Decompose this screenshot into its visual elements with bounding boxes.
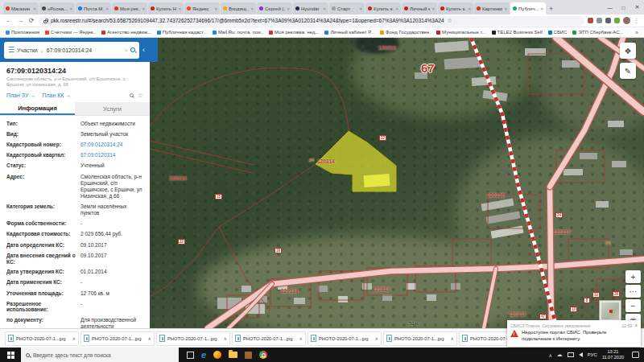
language-indicator[interactable]: РУС xyxy=(588,352,597,357)
download-chip[interactable]: PHOTO-2020-07-1...jpg ∧ xyxy=(5,331,79,346)
tab-close-icon[interactable]: × xyxy=(142,6,145,11)
browser-tab[interactable]: Яндекс × xyxy=(184,2,220,14)
profile-avatar[interactable] xyxy=(623,17,630,24)
tab-close-icon[interactable]: × xyxy=(468,6,471,11)
tab-close-icon[interactable]: × xyxy=(214,6,217,11)
tab-close-icon[interactable]: × xyxy=(69,6,72,11)
close-icon[interactable]: × xyxy=(634,323,638,328)
tab-close-icon[interactable]: × xyxy=(504,6,507,11)
firefox-icon[interactable] xyxy=(213,351,221,359)
chevron-up-icon[interactable]: ∧ xyxy=(451,335,454,341)
zoom-to-parcel-icon[interactable] xyxy=(130,93,134,97)
bookmark-item[interactable]: Mail.Ru: почта, пои... xyxy=(213,30,263,35)
browser-tab[interactable]: Картинки × xyxy=(474,2,510,14)
download-chip[interactable]: PHOTO-2020-07-1...jpg ∧ xyxy=(156,331,230,346)
download-chip[interactable]: PHOTO-2020-07-1...jpg ∧ xyxy=(80,331,155,346)
notification-popup[interactable]: СБИС3 Плагин. Системное уведомление 12:5… xyxy=(507,320,641,347)
file-explorer-icon[interactable] xyxy=(229,352,237,358)
zoom-more-button[interactable]: ⋯ xyxy=(625,285,641,298)
browser-tab[interactable]: Магазин × xyxy=(3,2,39,14)
onedrive-cloud-icon[interactable]: ☁ xyxy=(557,352,563,358)
task-view-icon[interactable] xyxy=(187,352,194,359)
download-chip[interactable]: PHOTO-2020-07-1...jpg ∧ xyxy=(308,331,382,346)
favorite-star-icon[interactable]: ☆ xyxy=(138,92,143,99)
tab-close-icon[interactable]: × xyxy=(178,6,181,11)
plan-link[interactable]: План КК → xyxy=(42,93,71,98)
map-tools-button[interactable]: ❖ xyxy=(620,43,636,59)
extension-icon[interactable] xyxy=(588,18,593,23)
bookmark-item[interactable]: Приложения xyxy=(6,30,39,35)
bookmark-item[interactable]: Агентство недвиж... xyxy=(101,30,151,35)
panel-tab[interactable]: Услуги xyxy=(75,102,150,115)
chevron-up-icon[interactable]: ∧ xyxy=(72,335,76,341)
tray-chevron-icon[interactable]: ∧ xyxy=(548,352,551,358)
tab-close-icon[interactable]: × xyxy=(323,6,326,11)
reload-button[interactable]: ⟳ xyxy=(27,17,35,24)
clock[interactable]: 13:21 11.07.2020 xyxy=(602,349,624,360)
bookmark-item[interactable]: Фонд Государствен... xyxy=(380,30,431,35)
chevron-up-icon[interactable]: ∧ xyxy=(299,335,303,341)
tab-close-icon[interactable]: × xyxy=(431,6,435,11)
bookmark-item[interactable]: Личный кабинет Р... xyxy=(324,30,374,35)
action-center-icon[interactable] xyxy=(632,352,639,358)
browser-tab[interactable]: Hyundai × xyxy=(293,2,328,14)
chevron-up-icon[interactable]: ∧ xyxy=(375,335,378,341)
back-button[interactable]: ← xyxy=(5,17,13,24)
bookmark-item[interactable]: Счётчики — Яндек... xyxy=(45,30,96,35)
browser-tab[interactable]: Купить Н... × xyxy=(148,2,184,14)
overview-minimap[interactable] xyxy=(599,300,621,322)
forward-button[interactable]: → xyxy=(16,17,24,24)
maximize-button[interactable]: □ xyxy=(617,5,630,10)
bookmark-item[interactable]: Публичная кадаст... xyxy=(157,30,207,35)
bookmark-item[interactable]: TELE2 Business Self... xyxy=(492,30,543,35)
zoom-in-button[interactable]: + xyxy=(625,270,641,283)
store-icon[interactable] xyxy=(245,352,252,359)
extension-icon[interactable] xyxy=(614,18,620,23)
browser-tab[interactable]: Купить к... × xyxy=(438,2,473,14)
browser-tab[interactable]: Входящ... × xyxy=(221,2,256,14)
search-input[interactable]: 67:09:0120314:24 xyxy=(47,47,122,53)
browser-tab[interactable]: Купить к... × xyxy=(365,2,401,14)
bookmark-item[interactable]: Моя реклама: нед... xyxy=(269,30,319,35)
chevron-up-icon[interactable]: ∧ xyxy=(148,335,151,341)
bookmark-star-icon[interactable]: ☆ xyxy=(448,18,452,24)
browser-tab[interactable]: Почта М... × xyxy=(76,2,111,14)
extension-icon[interactable] xyxy=(605,18,611,23)
browser-tab[interactable]: Старт × xyxy=(329,2,365,14)
browser-tab[interactable]: «Росна... × xyxy=(39,2,75,14)
tab-close-icon[interactable]: × xyxy=(359,6,362,11)
panel-tab[interactable]: Информация xyxy=(0,102,75,115)
browser-tab[interactable]: Моя рек... × xyxy=(112,2,147,14)
extension-icon[interactable] xyxy=(597,18,602,23)
plan-link[interactable]: План ЗУ → xyxy=(6,93,35,98)
collapse-panel-icon[interactable]: ‹ xyxy=(142,46,145,54)
download-chip[interactable]: PHOTO-2020-07-1...jpg ∧ xyxy=(383,331,457,346)
browser-tab[interactable]: Сергей (... × xyxy=(257,2,292,14)
taskbar-search[interactable]: Введите здесь текст для поиска xyxy=(21,348,179,362)
search-icon[interactable] xyxy=(130,47,135,52)
menu-icon[interactable]: ☰ xyxy=(8,46,14,54)
tab-close-icon[interactable]: × xyxy=(395,6,398,11)
new-tab-button[interactable]: + xyxy=(549,5,553,14)
browser-tab[interactable]: Публич... × xyxy=(510,2,546,14)
bookmark-item[interactable]: Муниципальные т... xyxy=(436,30,485,35)
tab-close-icon[interactable]: × xyxy=(287,6,290,11)
bookmarks-overflow-icon[interactable]: » xyxy=(635,30,638,35)
download-chip[interactable]: PHOTO-2020-07-1...jpg ∧ xyxy=(232,331,306,346)
chrome-icon[interactable] xyxy=(259,351,267,359)
browser-menu-icon[interactable]: ⋮ xyxy=(634,18,639,24)
browser-tab[interactable]: Личный к... × xyxy=(402,2,437,14)
bookmark-item[interactable]: СБИС xyxy=(548,30,568,35)
tab-close-icon[interactable]: × xyxy=(33,6,36,11)
tab-close-icon[interactable]: × xyxy=(105,6,109,11)
zoom-out-button[interactable]: − xyxy=(625,299,641,312)
url-box[interactable]: pkk.rosreestr.ru/#/search/53.65875269109… xyxy=(39,16,584,26)
minimize-button[interactable]: — xyxy=(603,5,617,10)
display-icon[interactable] xyxy=(568,352,574,357)
clear-search-icon[interactable]: × xyxy=(124,47,128,54)
measure-button[interactable]: ✎ xyxy=(620,63,636,79)
chevron-up-icon[interactable]: ∧ xyxy=(224,335,227,341)
start-button[interactable] xyxy=(0,348,21,362)
map-canvas[interactable]: 67 120313 24 120314 120314 120314 120313… xyxy=(150,38,644,328)
tab-close-icon[interactable]: × xyxy=(540,6,543,11)
